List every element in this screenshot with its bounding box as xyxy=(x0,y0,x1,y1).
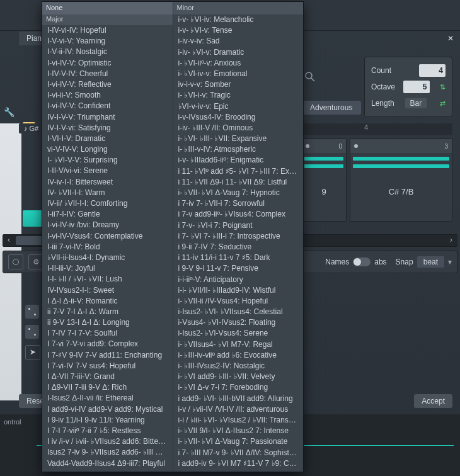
menu-item[interactable]: i 7-v add9-iiº- ♭VIsus4: Complex xyxy=(173,209,304,220)
chord-slot[interactable]: 3 C# 7/B xyxy=(350,139,452,222)
menu-item[interactable]: i 11- ♭VIº add ♯5- ♭VI 7- ♭III 7: Exotic xyxy=(173,166,304,177)
menu-item[interactable]: I-vi-IV-V: Optimistic xyxy=(42,58,173,69)
timeline-ruler[interactable] xyxy=(301,123,452,135)
dice-icon[interactable] xyxy=(25,305,39,319)
menu-item[interactable]: i add9- ♭VI- ♭III-bVII add9: Alluring xyxy=(173,394,304,404)
length-select[interactable]: Bar xyxy=(405,98,427,108)
menu-item[interactable]: I-ii7-I-IV: Gentle xyxy=(42,209,173,220)
menu-item[interactable]: i- ♭VII-ii /IV-Vsus4: Hopeful xyxy=(173,296,304,307)
menu-item[interactable]: I 7-I 7-viiº 7-ii 7 ♭5: Restless xyxy=(42,426,173,436)
count-input[interactable]: 4 xyxy=(419,64,446,77)
menu-item[interactable]: i 7-v- ♭VI-i 7: Poignant xyxy=(173,220,304,231)
menu-item[interactable]: i-v- ♭VI-iv: Melancholic xyxy=(173,14,304,25)
menu-item[interactable]: i- ♭VII 9/I- ♭VI Δ-IIsus2 7: Intense xyxy=(173,426,304,436)
menu-item[interactable]: I Δ9-VII 7-iii 9-V Δ: Rich xyxy=(42,382,173,393)
menu-item[interactable]: i-iv- ♭III-V /II: Ominous xyxy=(173,123,304,133)
octave-stepper-icon[interactable]: ⇅ xyxy=(440,83,446,91)
menu-item[interactable]: i-i- ♭VII/II- ♭IIIadd9-IV: Wistful xyxy=(173,285,304,296)
close-icon[interactable]: ✕ xyxy=(445,33,456,44)
menu-item[interactable]: I 7-IV 7-I 7-V: Soulful xyxy=(42,328,173,339)
menu-item[interactable]: i-v- ♭VI-v: Tense xyxy=(173,25,304,36)
menu-item[interactable]: I-iii 7-vi-IV: Bold xyxy=(42,242,173,252)
menu-item[interactable]: i-v- ♭IIIadd6-iiº: Enigmatic xyxy=(173,155,304,166)
menu-item[interactable]: I-VI-I-V: Dramatic xyxy=(42,133,173,144)
menu-item[interactable]: i 7-iv 7- ♭VII-i 7: Sorrowful xyxy=(173,198,304,209)
menu-item[interactable]: i- ♭VI add9- ♭III- ♭VII: Velvety xyxy=(173,371,304,382)
menu-item[interactable]: i-iv- ♭VI-v: Dramatic xyxy=(173,47,304,58)
menu-item[interactable]: i- ♭III-v-IV: Atmospheric xyxy=(173,144,304,155)
menu-none-item[interactable]: None xyxy=(42,2,173,14)
menu-item[interactable]: I- ♭VI-V-V: Surprising xyxy=(42,155,173,166)
dice-icon[interactable] xyxy=(25,325,39,339)
chord-slot[interactable]: 0 9 xyxy=(301,139,347,222)
menu-item[interactable]: i- ♭VII- ♭VI Δ-Vaug 7: Passionate xyxy=(173,436,304,447)
send-icon[interactable]: ➤ xyxy=(25,345,40,360)
menu-item[interactable]: vi-V-IV-V: Longing xyxy=(42,144,173,155)
menu-item[interactable]: IV-iv-I-I: Bittersweet xyxy=(42,177,173,188)
menu-item[interactable]: I-II-iii-V: Joyful xyxy=(42,263,173,274)
menu-item[interactable]: I 7-♯V 9-IV 7-V add11: Enchanting xyxy=(42,350,173,361)
scroll-left-icon[interactable]: ‹ xyxy=(3,235,14,246)
menu-item[interactable]: i 11-iv 11/i-i 11-v 7 ♯5: Dark xyxy=(173,252,304,263)
menu-item[interactable]: IV- ♭VII-I-I: Warm xyxy=(42,188,173,198)
menu-item[interactable]: i 7- ♭III M7-v 9- ♭VII Δ/IV: Sophisticat… xyxy=(173,448,304,458)
midi-clip[interactable] xyxy=(23,210,43,227)
menu-item[interactable]: IV-I-V-vi: Satisfying xyxy=(42,123,173,133)
menu-item[interactable]: i- ♭VI Δ-v 7-i 7: Foreboding xyxy=(173,382,304,393)
menu-item[interactable]: I add9-vi-IV add9-V add9: Mystical xyxy=(42,404,173,415)
menu-item[interactable]: ♭VII-ii-Isus4-I: Dynamic xyxy=(42,252,173,263)
menu-item[interactable]: i 9-V 9-i 11-v 7: Pensive xyxy=(173,263,304,274)
menu-item[interactable]: IV-IVsus2-I-I: Sweet xyxy=(42,285,173,296)
menu-item[interactable]: iv-i-v-v: Somber xyxy=(173,79,304,90)
menu-item[interactable]: i-Isus2- ♭VI-Vsus4: Serene xyxy=(173,328,304,339)
menu-item[interactable]: I Δ-I Δ-ii-V: Romantic xyxy=(42,296,173,307)
menu-item[interactable]: i-v-IVsus4-IV: Brooding xyxy=(173,112,304,123)
menu-item[interactable]: I 7-vi 7-V-vi add9: Complex xyxy=(42,339,173,349)
menu-item[interactable]: I-V-vi-V: Yearning xyxy=(42,36,173,47)
menu-item[interactable]: I-Isus2 Δ-II-vii /ii: Ethereal xyxy=(42,393,173,404)
menu-item[interactable]: i 7- ♭VI 7- ♭III-i 7: Introspective xyxy=(173,231,304,242)
menu-item[interactable]: I-V-ii-IV: Nostalgic xyxy=(42,47,173,57)
octave-input[interactable]: 5 xyxy=(403,81,430,93)
menu-item[interactable]: IV-I-V-V: Triumphant xyxy=(42,112,173,123)
accept-button[interactable]: Accept xyxy=(414,394,452,408)
menu-item[interactable]: i- ♭III-iv-viiº add ♭6: Evocative xyxy=(173,350,304,361)
menu-item[interactable]: I 7-vi-IV 7-V sus4: Hopeful xyxy=(42,361,173,371)
menu-item[interactable]: i 9-ii 7-IV 7: Seductive xyxy=(173,242,304,252)
menu-item[interactable]: I-vi-IV-Vsus4: Contemplative xyxy=(42,231,173,242)
names-toggle[interactable] xyxy=(353,258,371,266)
menu-item[interactable]: i-Vsus4- ♭VI-IVsus2: Floating xyxy=(173,317,304,328)
search-icon[interactable] xyxy=(305,72,315,82)
menu-item[interactable]: Isus2 7-iv 9- ♭VIIsus2 add6- ♭III Δ: Dis… xyxy=(42,447,173,458)
search-button[interactable] xyxy=(8,254,23,269)
menu-item[interactable]: ii 9-V 13-I Δ-I Δ: Longing xyxy=(42,317,173,328)
menu-item[interactable]: I-vi-IV-V: Reflective xyxy=(42,79,173,90)
snap-select[interactable]: beat xyxy=(417,256,444,268)
progression-chip[interactable]: Adventurous xyxy=(301,101,361,115)
track-key-label[interactable]: G# xyxy=(19,123,43,133)
menu-item[interactable]: i 11- ♭VII Δ9-i 11- ♭VII Δ9: Listful xyxy=(173,177,304,188)
menu-item[interactable]: Vadd4-Vadd9-IIsus4 Δ9-iii7: Playful xyxy=(42,458,173,469)
menu-item[interactable]: i-Isus2- ♭VI- ♭VIIsus4: Celestial xyxy=(173,307,304,317)
menu-item[interactable]: I-IV-V-IV: Cheerful xyxy=(42,69,173,79)
menu-item[interactable]: ♭VI-v-iv-v: Epic xyxy=(173,101,304,112)
menu-item[interactable]: I 9-iv 11/i-I 9-iv 11/i: Yearning xyxy=(42,415,173,426)
menu-item[interactable]: IV-ii/ ♭VII-I-I: Comforting xyxy=(42,198,173,209)
menu-item[interactable]: I-I- ♭II / ♭VI- ♭VII: Lush xyxy=(42,274,173,285)
length-stepper-icon[interactable]: ⇄ xyxy=(440,99,446,108)
wrench-icon[interactable]: 🔧 xyxy=(4,107,14,117)
menu-item[interactable]: i-v / ♭vii-IV /VI-IV /II: adventurous xyxy=(173,404,304,415)
menu-item[interactable]: i-iv-v-iv: Sad xyxy=(173,36,304,47)
menu-item[interactable]: i- ♭VI-iiº-v: Anxious xyxy=(173,58,304,69)
menu-item[interactable]: i-i-iiº-V: Anticipatory xyxy=(173,275,304,285)
menu-item[interactable]: i-i / ♭iii- ♭VI- ♭VIsus2 / ♭VII: Transce… xyxy=(173,415,304,426)
menu-item[interactable]: ii 7-V 7-I Δ-I Δ: Warm xyxy=(42,307,173,317)
menu-item[interactable]: i add9-iv 9- ♭VI M7 ♯11-V 7 ♭9: Colourfu… xyxy=(173,458,304,469)
menu-item[interactable]: I-vi-IV-iv /bvi: Dreamy xyxy=(42,220,173,230)
menu-item[interactable]: I-II-V/vi-vi: Serene xyxy=(42,166,173,176)
menu-item[interactable]: i- ♭VI-i-v: Tragic xyxy=(173,90,304,101)
menu-item[interactable]: I-vi-ii-V: Smooth xyxy=(42,90,173,101)
menu-item[interactable]: i- ♭VI- ♭III- ♭VII: Expansive xyxy=(173,133,304,144)
menu-item[interactable]: i- ♭III-IVsus2-IV: Nostalgic xyxy=(173,361,304,371)
menu-item[interactable]: i- ♭VI-iv-v: Emotional xyxy=(173,69,304,79)
